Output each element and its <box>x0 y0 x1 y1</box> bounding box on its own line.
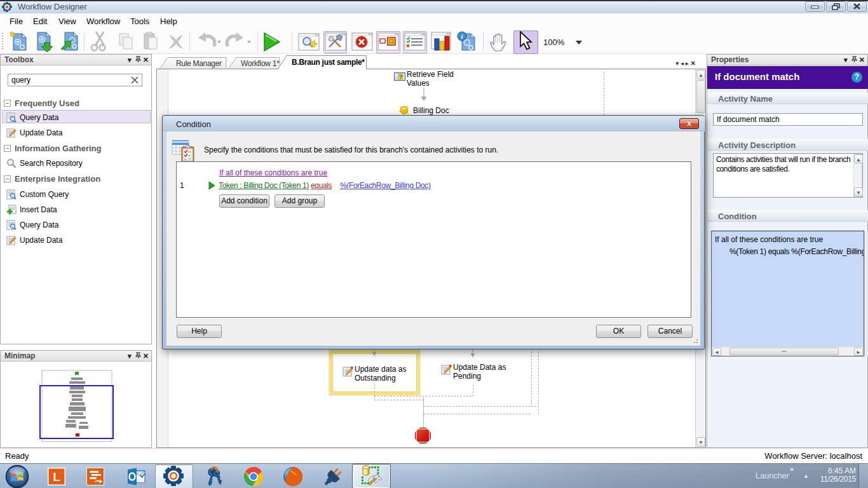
svg-text:Workflow 1*: Workflow 1* <box>241 59 280 68</box>
svg-text:B.Braun just sample*: B.Braun just sample* <box>292 58 365 67</box>
svg-text:Rule Manager: Rule Manager <box>176 59 222 68</box>
svg-text:L: L <box>53 470 60 484</box>
